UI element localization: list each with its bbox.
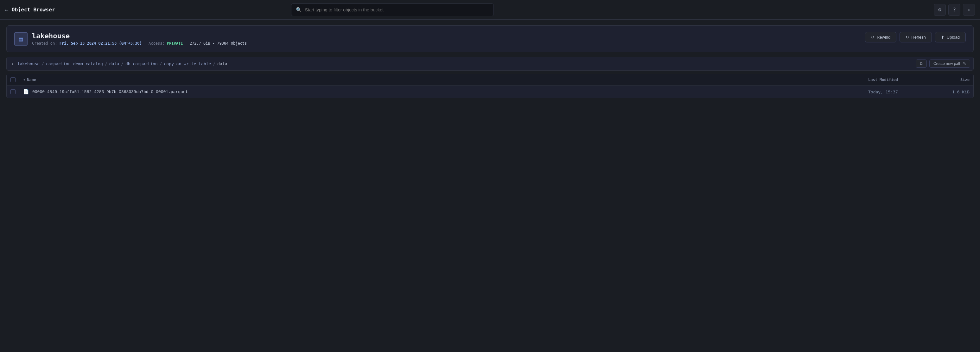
row-checkbox-cell: [10, 89, 23, 94]
bucket-size: 272.7 GiB - 79384 Objects: [190, 41, 247, 46]
breadcrumb-actions: ⧉ Create new path ✎: [916, 60, 970, 68]
breadcrumb-bar: ‹ lakehouse / compaction_demo_catalog / …: [6, 57, 974, 71]
bucket-meta: Created on: Fri, Sep 13 2024 02:21:58 (G…: [32, 41, 247, 46]
sort-icon: ↑: [23, 78, 25, 82]
objects-table: ↑ Name Last Modified Size 📄 00000-4840-1…: [6, 74, 974, 98]
breadcrumb-seg-5: data: [217, 62, 227, 66]
row-modified-cell: Today, 15:37: [868, 90, 932, 94]
create-path-label: Create new path: [934, 62, 961, 66]
topbar-actions: ⚙ ? ✦: [934, 4, 975, 16]
breadcrumb-seg-4[interactable]: copy_on_write_table: [164, 62, 211, 66]
topbar-title: Object Browser: [12, 6, 55, 13]
upload-button[interactable]: ⬆ Upload: [935, 32, 966, 43]
select-all-checkbox[interactable]: [10, 77, 16, 82]
bucket-card: ▤ lakehouse Created on: Fri, Sep 13 2024…: [6, 25, 974, 52]
refresh-icon: ↻: [905, 35, 909, 40]
main-content: ▤ lakehouse Created on: Fri, Sep 13 2024…: [0, 20, 980, 104]
bucket-icon: ▤: [14, 32, 27, 46]
search-input[interactable]: [305, 7, 489, 12]
copy-icon: ⧉: [920, 62, 923, 66]
col-name-label: Name: [27, 78, 36, 82]
row-name-cell: 📄 00000-4840-19cffa51-1582-4283-9b7b-036…: [23, 89, 868, 95]
breadcrumb-seg-2[interactable]: data: [109, 62, 119, 66]
topbar: ← Object Browser 🔍 ⚙ ? ✦: [0, 0, 980, 20]
refresh-label: Refresh: [911, 35, 926, 40]
col-name-header: ↑ Name: [23, 78, 868, 82]
create-path-icon: ✎: [963, 62, 966, 66]
row-checkbox[interactable]: [10, 89, 16, 94]
col-size-header: Size: [932, 78, 970, 82]
rewind-label: Rewind: [877, 35, 890, 40]
row-size-cell: 1.6 KiB: [932, 90, 970, 94]
bucket-identity: ▤ lakehouse Created on: Fri, Sep 13 2024…: [14, 32, 247, 46]
breadcrumb-path: lakehouse / compaction_demo_catalog / da…: [18, 62, 913, 66]
bucket-header: ▤ lakehouse Created on: Fri, Sep 13 2024…: [14, 32, 966, 46]
access-value: PRIVATE: [167, 41, 183, 46]
refresh-button[interactable]: ↻ Refresh: [900, 32, 932, 43]
upload-icon: ⬆: [941, 35, 945, 40]
col-modified-header: Last Modified: [868, 78, 932, 82]
topbar-left: ← Object Browser: [5, 6, 68, 13]
theme-button[interactable]: ✦: [963, 4, 975, 16]
created-label: Created on:: [32, 41, 57, 46]
search-bar: 🔍: [291, 3, 494, 16]
file-name: 00000-4840-19cffa51-1582-4283-9b7b-03680…: [32, 90, 188, 94]
help-button[interactable]: ?: [948, 4, 960, 16]
table-row[interactable]: 📄 00000-4840-19cffa51-1582-4283-9b7b-036…: [6, 86, 974, 98]
help-icon: ?: [953, 6, 956, 13]
upload-label: Upload: [947, 35, 960, 40]
access-label: Access:: [148, 41, 165, 46]
breadcrumb-seg-1[interactable]: compaction_demo_catalog: [46, 62, 103, 66]
bucket-info: lakehouse Created on: Fri, Sep 13 2024 0…: [32, 32, 247, 46]
file-icon: 📄: [23, 89, 29, 95]
settings-button[interactable]: ⚙: [934, 4, 946, 16]
col-checkbox: [10, 77, 23, 82]
rewind-button[interactable]: ↺ Rewind: [865, 32, 896, 43]
theme-icon: ✦: [967, 6, 970, 13]
settings-icon: ⚙: [938, 6, 941, 13]
bucket-name: lakehouse: [32, 32, 247, 40]
breadcrumb-seg-0[interactable]: lakehouse: [18, 62, 40, 66]
created-value: Fri, Sep 13 2024 02:21:58 (GMT+5:30): [60, 41, 142, 46]
col-size-label: Size: [960, 78, 970, 82]
bucket-icon-glyph: ▤: [19, 35, 23, 43]
copy-path-button[interactable]: ⧉: [916, 60, 927, 68]
col-modified-label: Last Modified: [868, 78, 898, 82]
rewind-icon: ↺: [871, 35, 875, 40]
search-icon: 🔍: [296, 7, 302, 13]
create-path-button[interactable]: Create new path ✎: [929, 60, 970, 68]
breadcrumb-back-button[interactable]: ‹: [10, 61, 18, 67]
back-button[interactable]: ←: [5, 6, 8, 13]
table-header: ↑ Name Last Modified Size: [6, 74, 974, 86]
bucket-actions: ↺ Rewind ↻ Refresh ⬆ Upload: [865, 32, 966, 43]
breadcrumb-seg-3[interactable]: db_compaction: [126, 62, 158, 66]
